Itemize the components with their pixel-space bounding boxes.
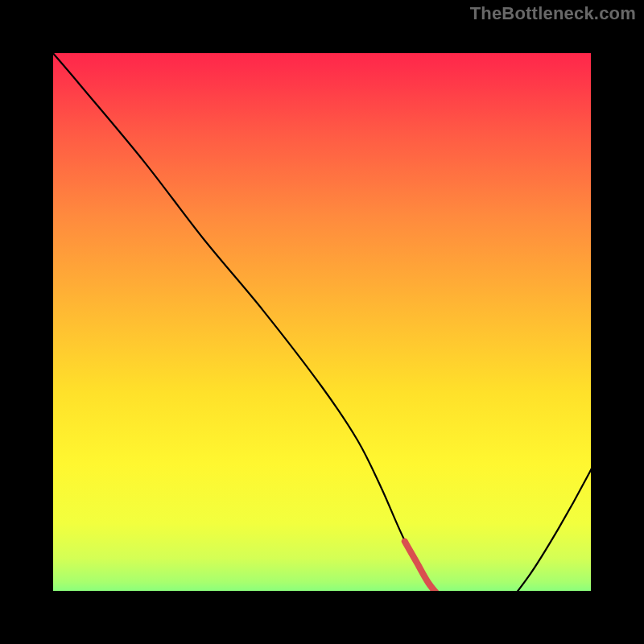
chart-frame: TheBottleneck.com [0, 0, 644, 644]
bottleneck-chart [0, 0, 644, 644]
plot-background [27, 27, 617, 617]
watermark-text: TheBottleneck.com [470, 3, 636, 24]
